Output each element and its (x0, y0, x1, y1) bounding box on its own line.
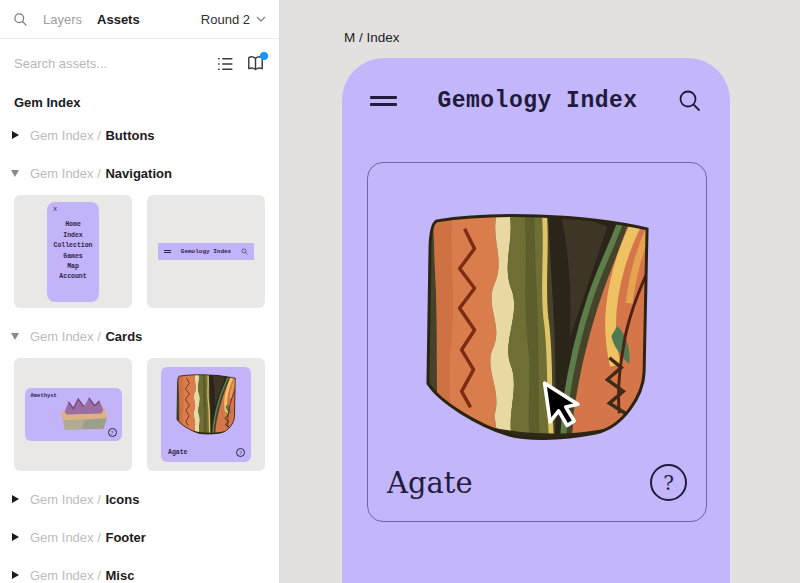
app-title: Gemology Index (397, 88, 678, 114)
caret-expanded-icon[interactable] (9, 333, 21, 340)
caret-collapsed-icon[interactable] (9, 131, 21, 139)
mini-menu-item: Index (53, 231, 92, 241)
asset-thumb-navbar[interactable]: Gemology Index (147, 195, 265, 308)
close-icon: x (53, 205, 57, 213)
mini-menu-item: Games (53, 252, 92, 262)
mini-card-label: Amethyst (31, 392, 57, 399)
mini-menu-items: Home Index Collection Games Map Account (53, 220, 92, 282)
tree-item-footer[interactable]: Gem Index / Footer (0, 518, 279, 556)
tree-separator: / (97, 128, 101, 143)
tree-separator: / (97, 329, 101, 344)
tree-name: Navigation (105, 166, 171, 181)
assets-panel: Layers Assets Round 2 Gem Index Gem Inde… (0, 0, 280, 583)
amethyst-image (55, 394, 113, 433)
tree-prefix: Gem Index (30, 568, 94, 583)
tree-separator: / (97, 568, 101, 583)
asset-thumb-menu[interactable]: x Home Index Collection Games Map Accoun… (14, 195, 132, 308)
tab-layers[interactable]: Layers (43, 12, 82, 27)
mini-menu-item: Home (53, 220, 92, 230)
navigation-thumbnails: x Home Index Collection Games Map Accoun… (0, 192, 279, 317)
help-icon: ? (236, 448, 245, 457)
mini-menu-item: Account (53, 272, 92, 282)
asset-search-row (0, 45, 279, 82)
caret-expanded-icon[interactable] (9, 170, 21, 177)
tree-item-buttons[interactable]: Gem Index / Buttons (0, 116, 279, 154)
frame-label[interactable]: M / Index (344, 30, 400, 45)
gem-card-footer: Agate ? (387, 464, 687, 501)
tree-item-icons[interactable]: Gem Index / Icons (0, 480, 279, 518)
mini-agate-card: Agate ? (161, 367, 251, 462)
mini-navbar-preview: Gemology Index (158, 243, 254, 260)
search-icon[interactable] (13, 12, 28, 27)
tree-item-navigation[interactable]: Gem Index / Navigation (0, 154, 279, 192)
tree-prefix: Gem Index (30, 530, 94, 545)
tree-name: Cards (105, 329, 142, 344)
gem-card[interactable]: Agate ? (367, 162, 707, 522)
hamburger-icon (164, 248, 171, 255)
caret-collapsed-icon[interactable] (9, 495, 21, 503)
cards-thumbnails: Amethyst ? Agate ? (0, 355, 279, 480)
agate-image (413, 209, 661, 442)
tab-assets[interactable]: Assets (97, 12, 140, 27)
search-icon (241, 248, 248, 255)
mini-menu-item: Map (53, 262, 92, 272)
tree-name: Icons (105, 492, 139, 507)
tree-name: Buttons (105, 128, 154, 143)
asset-thumb-amethyst-card[interactable]: Amethyst ? (14, 358, 132, 471)
asset-thumb-agate-card[interactable]: Agate ? (147, 358, 265, 471)
list-view-icon[interactable] (216, 55, 234, 73)
mouse-cursor-icon (536, 375, 587, 437)
caret-collapsed-icon[interactable] (9, 571, 21, 579)
app-header: Gemology Index (342, 58, 730, 114)
gem-name: Agate (387, 466, 473, 500)
mini-amethyst-card: Amethyst ? (25, 388, 122, 441)
chevron-down-icon (256, 16, 266, 22)
tree-separator: / (97, 530, 101, 545)
tree-item-misc[interactable]: Gem Index / Misc (0, 556, 279, 583)
mini-card-label: Agate (168, 449, 188, 456)
search-icon[interactable] (678, 89, 702, 113)
version-label: Round 2 (201, 12, 250, 27)
tree-separator: / (97, 492, 101, 507)
hamburger-icon[interactable] (370, 92, 397, 110)
mini-navbar-title: Gemology Index (174, 248, 238, 255)
library-section-title: Gem Index (0, 82, 279, 116)
tree-name: Misc (105, 568, 134, 583)
design-canvas[interactable]: M / Index Gemology Index Agate ? (280, 0, 800, 583)
help-icon: ? (108, 428, 117, 437)
mini-menu-preview: x Home Index Collection Games Map Accoun… (47, 202, 99, 302)
tree-name: Footer (105, 530, 145, 545)
mobile-frame[interactable]: Gemology Index Agate ? (342, 58, 730, 583)
caret-collapsed-icon[interactable] (9, 533, 21, 541)
tree-separator: / (97, 166, 101, 181)
tree-prefix: Gem Index (30, 128, 94, 143)
help-button[interactable]: ? (650, 464, 687, 501)
tree-prefix: Gem Index (30, 329, 94, 344)
panel-tab-bar: Layers Assets Round 2 (0, 0, 279, 39)
tree-prefix: Gem Index (30, 492, 94, 507)
version-dropdown[interactable]: Round 2 (201, 12, 266, 27)
agate-image (173, 373, 239, 435)
search-assets-input[interactable] (14, 56, 204, 71)
library-book-icon[interactable] (246, 54, 265, 73)
notification-dot (260, 52, 268, 60)
mini-menu-item: Collection (53, 241, 92, 251)
tree-item-cards[interactable]: Gem Index / Cards (0, 317, 279, 355)
tree-prefix: Gem Index (30, 166, 94, 181)
